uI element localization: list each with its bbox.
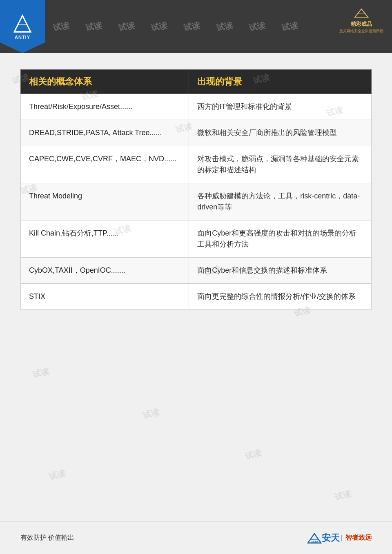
body-wm-14: 试读 bbox=[334, 488, 352, 503]
header-wm-1: 试读 bbox=[52, 21, 70, 32]
table-row: Threat Modeling 各种威胁建模的方法论，工具，risk-centr… bbox=[21, 183, 372, 220]
header: ANTIY 试读 试读 试读 试读 试读 试读 试读 试读 精彩成品 重关网络安… bbox=[0, 0, 392, 53]
table-row: Kill Chain,钻石分析,TTP...... 面向Cyber和更高强度的攻… bbox=[21, 220, 372, 258]
header-right-logo: 精彩成品 重关网络安全全训营第四期 bbox=[337, 4, 386, 37]
antiy-logo-icon bbox=[10, 13, 35, 34]
body-wm-10: 试读 bbox=[31, 365, 50, 380]
footer-logo-sub: 智者致远 bbox=[345, 534, 372, 542]
footer-separator: | bbox=[341, 534, 343, 542]
cell-left-1: DREAD,STRIDE,PASTA, Attack Tree...... bbox=[21, 120, 189, 146]
cell-left-5: CybOX,TAXII，OpenIOC....... bbox=[21, 258, 189, 284]
table-row: Threat/Risk/Exposure/Asset...... 西方的IT管理… bbox=[21, 94, 372, 120]
footer-right: ANTIY 安天 | 智者致远 bbox=[307, 532, 372, 544]
header-wm-5: 试读 bbox=[183, 21, 201, 32]
cell-right-2: 对攻击模式，脆弱点，漏洞等各种基础的安全元素的标定和描述结构 bbox=[189, 146, 372, 183]
svg-text:ANTIY: ANTIY bbox=[311, 541, 318, 543]
cell-right-4: 面向Cyber和更高强度的攻击和对抗的场景的分析工具和分析方法 bbox=[189, 220, 372, 258]
col1-header: 相关的概念体系 bbox=[21, 70, 189, 94]
header-wm-3: 试读 bbox=[118, 21, 136, 32]
header-right-text: 精彩成品 bbox=[351, 20, 372, 28]
cell-left-2: CAPEC,CWE,CVE,CVRF，MAEC，NVD...... bbox=[21, 146, 189, 183]
footer-logo-icon: ANTIY bbox=[307, 532, 322, 544]
header-right-icon bbox=[353, 7, 370, 19]
cell-right-1: 微软和相关安全厂商所推出的风险管理模型 bbox=[189, 120, 372, 146]
svg-marker-0 bbox=[14, 16, 31, 32]
header-wm-2: 试读 bbox=[85, 21, 103, 32]
header-right-sub: 重关网络安全全训营第四期 bbox=[339, 29, 383, 34]
main-content: 相关的概念体系 出现的背景 Threat/Risk/Exposure/Asset… bbox=[0, 53, 392, 318]
header-wm-7: 试读 bbox=[248, 21, 266, 32]
footer-logo-main: 安天 bbox=[322, 532, 340, 544]
header-wm-8: 试读 bbox=[281, 21, 299, 32]
cell-left-6: STIX bbox=[21, 284, 189, 310]
cell-right-3: 各种威胁建模的方法论，工具，risk-centric，data-driven等等 bbox=[189, 183, 372, 220]
col2-header: 出现的背景 bbox=[189, 70, 372, 94]
cell-right-0: 西方的IT管理和标准化的背景 bbox=[189, 94, 372, 120]
svg-marker-3 bbox=[355, 9, 368, 17]
header-wm-4: 试读 bbox=[150, 21, 168, 32]
logo-text: ANTIY bbox=[15, 35, 30, 40]
table-row: DREAD,STRIDE,PASTA, Attack Tree...... 微软… bbox=[21, 120, 372, 146]
body-wm-13: 试读 bbox=[48, 467, 67, 482]
cell-right-6: 面向更完整的综合性的情报分析/作业/交换的体系 bbox=[189, 284, 372, 310]
cell-left-3: Threat Modeling bbox=[21, 183, 189, 220]
header-wm-6: 试读 bbox=[216, 21, 234, 32]
table-header-row: 相关的概念体系 出现的背景 bbox=[21, 70, 372, 94]
footer-logo: ANTIY 安天 | 智者致远 bbox=[307, 532, 372, 544]
body-wm-11: 试读 bbox=[142, 406, 160, 421]
footer-left-text: 有效防护 价值输出 bbox=[20, 534, 74, 542]
cell-left-4: Kill Chain,钻石分析,TTP...... bbox=[21, 220, 189, 258]
body-wm-12: 试读 bbox=[244, 447, 263, 462]
footer: 有效防护 价值输出 ANTIY 安天 | 智者致远 bbox=[0, 521, 392, 554]
table-row: STIX 面向更完整的综合性的情报分析/作业/交换的体系 bbox=[21, 284, 372, 310]
table-row: CAPEC,CWE,CVE,CVRF，MAEC，NVD...... 对攻击模式，… bbox=[21, 146, 372, 183]
content-table: 相关的概念体系 出现的背景 Threat/Risk/Exposure/Asset… bbox=[20, 69, 372, 310]
table-row: CybOX,TAXII，OpenIOC....... 面向Cyber和信息交换的… bbox=[21, 258, 372, 284]
logo-box: ANTIY bbox=[0, 0, 45, 53]
cell-left-0: Threat/Risk/Exposure/Asset...... bbox=[21, 94, 189, 120]
cell-right-5: 面向Cyber和信息交换的描述和标准体系 bbox=[189, 258, 372, 284]
